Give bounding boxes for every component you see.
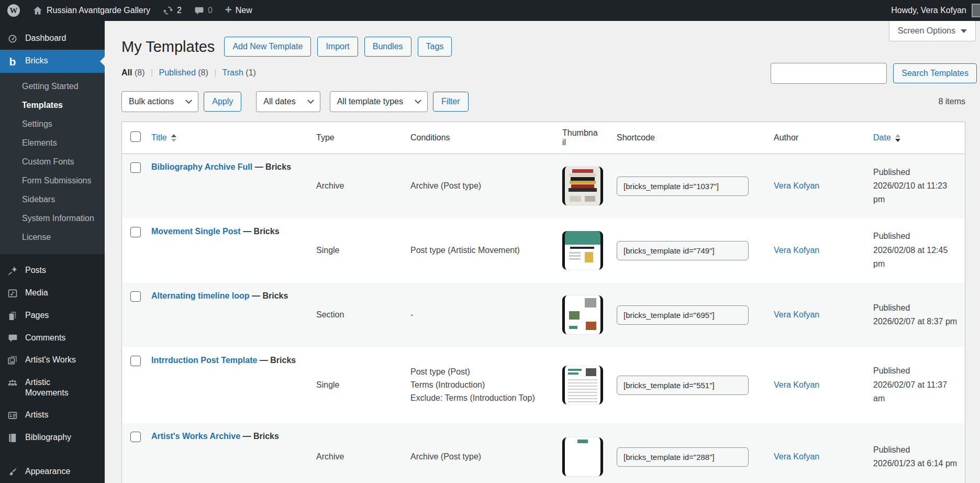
sidebar-item-appearance[interactable]: Appearance [0, 460, 105, 483]
submenu-getting-started[interactable]: Getting Started [0, 77, 105, 96]
new-label: New [236, 6, 252, 15]
submenu-sidebars[interactable]: Sidebars [0, 190, 105, 209]
bricks-submenu: Getting Started Templates Settings Eleme… [0, 73, 105, 254]
shortcode-field[interactable] [617, 305, 749, 325]
template-type: Single [311, 347, 405, 423]
search-input[interactable] [771, 63, 887, 84]
table-row: Movement Single Post — Bricks Single Pos… [122, 218, 965, 283]
import-button[interactable]: Import [317, 37, 358, 57]
date-cell: Published2026/02/07 at 11:37 am [868, 347, 965, 423]
submenu-license[interactable]: License [0, 228, 105, 247]
bulk-actions-select[interactable]: Bulk actions [121, 91, 198, 112]
template-title-link[interactable]: Movement Single Post [151, 227, 241, 236]
row-checkbox[interactable] [130, 291, 141, 302]
template-thumbnail[interactable] [562, 366, 603, 404]
date-cell: Published2026/02/07 at 8:37 pm [868, 283, 965, 347]
author-link[interactable]: Vera Kofyan [774, 380, 819, 389]
filter-button[interactable]: Filter [433, 92, 469, 112]
submenu-form-submissions[interactable]: Form Submissions [0, 171, 105, 190]
sidebar-item-pages[interactable]: Pages [0, 304, 105, 327]
column-date: Date [873, 133, 891, 142]
menu-separator [0, 449, 105, 460]
sort-arrows-icon [895, 134, 900, 142]
row-checkbox[interactable] [130, 162, 141, 173]
template-title-link[interactable]: Intrrduction Post Template [151, 356, 257, 365]
template-conditions: Archive (Post type) [405, 423, 557, 483]
sidebar-item-dashboard[interactable]: Dashboard [0, 27, 105, 50]
sidebar-label: Appearance [25, 466, 70, 477]
sidebar-item-posts[interactable]: Posts [0, 259, 105, 282]
template-conditions: - [405, 283, 557, 347]
add-new-template-button[interactable]: Add New Template [224, 37, 311, 57]
book-icon [7, 433, 18, 443]
template-type: Archive [311, 423, 405, 483]
sidebar-label: Bibliography [25, 432, 71, 443]
date-text: 2026/02/07 at 8:37 pm [873, 315, 960, 328]
items-count: 8 items [938, 97, 965, 106]
sidebar-item-media[interactable]: Media [0, 282, 105, 304]
howdy-account-link[interactable]: Howdy, Vera Kofyan [891, 6, 966, 15]
apply-button[interactable]: Apply [204, 92, 241, 112]
view-trash-link[interactable]: Trash [222, 68, 243, 77]
dates-filter-select[interactable]: All dates [256, 91, 320, 112]
template-thumbnail[interactable] [562, 167, 603, 205]
shortcode-field[interactable] [617, 447, 749, 467]
sidebar-label: Posts [25, 265, 46, 276]
updates-link[interactable]: 2 [157, 0, 188, 21]
select-all-checkbox[interactable] [130, 131, 141, 142]
template-thumbnail[interactable] [562, 295, 603, 334]
status-text: Published [873, 364, 960, 378]
shortcode-field[interactable] [617, 177, 749, 196]
id-card-icon [7, 410, 18, 421]
view-published-count: (8) [198, 68, 208, 77]
sidebar-item-artists[interactable]: Artists [0, 404, 105, 426]
view-published-link[interactable]: Published [159, 68, 196, 77]
bundles-button[interactable]: Bundles [364, 37, 411, 57]
row-checkbox[interactable] [130, 432, 141, 442]
new-content-link[interactable]: + New [219, 0, 259, 21]
sidebar-item-bibliography[interactable]: Bibliography [0, 426, 105, 449]
submenu-elements[interactable]: Elements [0, 134, 105, 152]
date-text: 2026/02/08 at 12:45 pm [873, 244, 960, 271]
site-name-link[interactable]: Russian Avantgarde Gallery [26, 0, 157, 21]
author-link[interactable]: Vera Kofyan [774, 452, 819, 461]
separator: | [214, 68, 216, 77]
sidebar-item-artistic-movements[interactable]: Artistic Movements [0, 371, 105, 404]
sidebar-item-artists-works[interactable]: Artist's Works [0, 349, 105, 371]
view-all-link[interactable]: All [121, 68, 132, 77]
search-templates-button[interactable]: Search Templates [893, 63, 977, 83]
template-title-link[interactable]: Alternating timeline loop [151, 291, 250, 300]
author-link[interactable]: Vera Kofyan [774, 246, 819, 255]
template-title-link[interactable]: Artist's Works Archive [151, 432, 240, 441]
comments-link[interactable]: 0 [188, 0, 219, 21]
submenu-custom-fonts[interactable]: Custom Fonts [0, 152, 105, 171]
author-link[interactable]: Vera Kofyan [774, 310, 819, 319]
date-text: 2026/01/23 at 6:14 pm [873, 457, 960, 470]
avatar[interactable] [972, 4, 980, 17]
sort-by-date[interactable]: Date [873, 133, 900, 142]
screen-options-button[interactable]: Screen Options [889, 21, 976, 41]
row-checkbox[interactable] [130, 356, 141, 366]
tags-button[interactable]: Tags [418, 37, 452, 57]
template-thumbnail[interactable] [562, 437, 603, 476]
sort-by-title[interactable]: Title [151, 133, 176, 142]
submenu-system-information[interactable]: System Information [0, 209, 105, 228]
shortcode-field[interactable] [617, 241, 749, 260]
sidebar-item-bricks[interactable]: b Bricks [0, 50, 105, 73]
template-title-link[interactable]: Bibliography Archive Full [151, 162, 252, 171]
sidebar-label: Bricks [25, 56, 48, 66]
comments-icon [7, 333, 18, 343]
sidebar-item-comments[interactable]: Comments [0, 327, 105, 349]
submenu-settings[interactable]: Settings [0, 115, 105, 134]
wordpress-logo-menu[interactable]: W [0, 0, 26, 21]
title-suffix: — Bricks [243, 432, 279, 441]
shortcode-field[interactable] [617, 376, 749, 395]
author-link[interactable]: Vera Kofyan [774, 181, 819, 190]
pages-icon [7, 311, 18, 321]
template-thumbnail[interactable] [562, 231, 603, 270]
column-author: Author [769, 122, 868, 154]
submenu-templates[interactable]: Templates [0, 96, 105, 115]
sidebar-label: Artists [25, 410, 48, 420]
row-checkbox[interactable] [130, 227, 141, 237]
template-type-select[interactable]: All template types [330, 91, 428, 112]
